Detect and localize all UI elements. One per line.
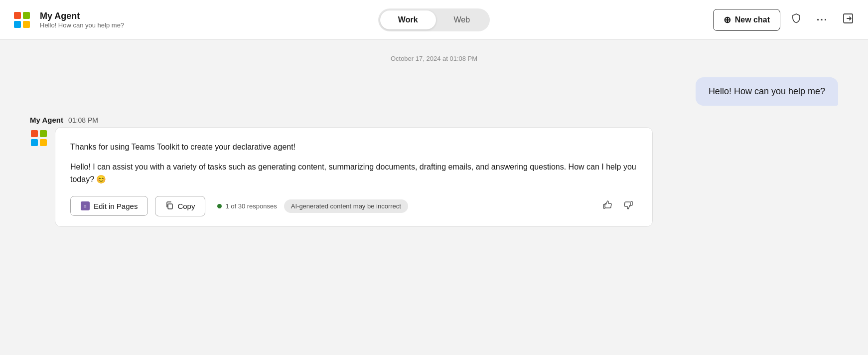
agent-message-row: Thanks for using Teams Toolkit to create… — [30, 127, 838, 227]
edit-in-pages-button[interactable]: ≡ Edit in Pages — [70, 196, 148, 216]
copy-icon — [165, 201, 173, 211]
edit-in-pages-label: Edit in Pages — [94, 202, 138, 210]
copy-button[interactable]: Copy — [155, 196, 205, 216]
agent-paragraph-1: Thanks for using Teams Toolkit to create… — [70, 141, 637, 154]
agent-subtitle: Hello! How can you help me? — [40, 21, 124, 29]
responses-indicator: 1 of 30 responses — [217, 202, 277, 210]
header-center: Work Web — [292, 8, 575, 31]
thumbs-down-icon — [623, 202, 633, 212]
more-options-button[interactable]: ··· — [812, 10, 832, 30]
green-dot — [217, 204, 222, 208]
exit-button[interactable] — [838, 10, 858, 30]
agent-bubble-text: Thanks for using Teams Toolkit to create… — [70, 141, 637, 186]
more-icon: ··· — [817, 14, 828, 25]
thumbs-up-icon — [602, 202, 612, 212]
chat-timestamp: October 17, 2024 at 01:08 PM — [30, 55, 838, 62]
svg-rect-6 — [40, 130, 47, 137]
app-header: My Agent Hello! How can you help me? Wor… — [0, 0, 868, 40]
agent-info: My Agent Hello! How can you help me? — [40, 11, 124, 29]
agent-paragraph-2: Hello! I can assist you with a variety o… — [70, 161, 637, 186]
exit-icon — [843, 13, 854, 26]
shield-icon — [791, 13, 802, 26]
svg-rect-9 — [168, 204, 172, 209]
chat-area: October 17, 2024 at 01:08 PM Hello! How … — [0, 40, 868, 355]
svg-rect-1 — [23, 12, 30, 19]
pages-icon: ≡ — [81, 201, 90, 210]
toggle-work-button[interactable]: Work — [380, 10, 436, 29]
svg-rect-3 — [23, 21, 30, 28]
svg-rect-2 — [14, 21, 21, 28]
search-toggle: Work Web — [378, 8, 490, 31]
svg-rect-7 — [31, 139, 38, 146]
thumbs-down-button[interactable] — [619, 198, 637, 214]
agent-name: My Agent — [40, 11, 124, 21]
header-left: My Agent Hello! How can you help me? — [10, 8, 292, 32]
svg-rect-8 — [40, 139, 47, 146]
action-row: ≡ Edit in Pages Copy — [70, 196, 637, 216]
svg-rect-5 — [31, 130, 38, 137]
svg-rect-0 — [14, 12, 21, 19]
responses-text: 1 of 30 responses — [225, 202, 277, 210]
agent-bubble: Thanks for using Teams Toolkit to create… — [55, 127, 653, 227]
agent-message-header: My Agent 01:08 PM — [30, 116, 838, 124]
new-chat-icon: ⊕ — [723, 14, 731, 25]
agent-message-name: My Agent — [30, 116, 63, 124]
copy-label: Copy — [177, 202, 195, 210]
user-message-wrapper: Hello! How can you help me? — [30, 77, 838, 106]
agent-message-section: My Agent 01:08 PM Thanks for using Teams… — [30, 116, 838, 227]
shield-button[interactable] — [786, 10, 806, 30]
agent-avatar — [30, 129, 48, 147]
thumbs-up-button[interactable] — [598, 198, 616, 214]
new-chat-button[interactable]: ⊕ New chat — [713, 9, 780, 31]
new-chat-label: New chat — [735, 15, 770, 24]
agent-message-time: 01:08 PM — [68, 116, 98, 124]
header-right: ⊕ New chat ··· — [576, 9, 858, 31]
ai-badge: AI-generated content may be incorrect — [284, 199, 408, 213]
toggle-web-button[interactable]: Web — [436, 10, 488, 29]
user-message-bubble: Hello! How can you help me? — [696, 77, 838, 106]
agent-logo — [10, 8, 34, 32]
feedback-buttons — [598, 198, 637, 214]
